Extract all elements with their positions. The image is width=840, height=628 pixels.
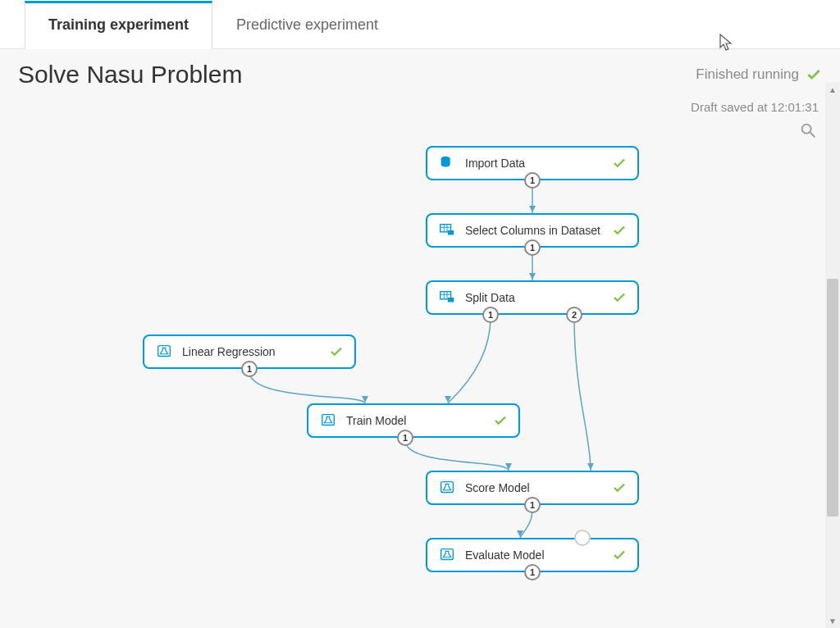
flask-icon <box>437 545 457 565</box>
svg-rect-20 <box>158 346 171 357</box>
check-icon <box>611 156 628 171</box>
check-icon <box>492 413 509 428</box>
database-arrow-icon <box>437 153 457 173</box>
grid-icon <box>437 221 457 240</box>
scroll-down-arrow-icon[interactable]: ▼ <box>825 613 840 628</box>
svg-rect-21 <box>322 415 335 425</box>
output-port[interactable]: 1 <box>482 307 499 323</box>
scroll-up-arrow-icon[interactable]: ▲ <box>825 82 840 97</box>
output-port[interactable]: 1 <box>524 564 541 580</box>
check-icon <box>611 480 628 495</box>
connectors <box>0 49 825 628</box>
grid-icon <box>437 288 457 307</box>
check-icon <box>611 223 628 238</box>
svg-marker-7 <box>505 463 512 470</box>
output-port[interactable]: 2 <box>566 307 582 323</box>
tab-training-experiment[interactable]: Training experiment <box>25 1 212 49</box>
svg-marker-3 <box>529 273 536 280</box>
svg-rect-14 <box>448 230 454 235</box>
input-port-empty[interactable] <box>574 530 591 546</box>
node-label: Score Model <box>465 481 611 494</box>
svg-marker-6 <box>362 396 368 403</box>
tab-predictive-experiment[interactable]: Predictive experiment <box>212 2 402 48</box>
svg-rect-22 <box>441 482 454 493</box>
svg-marker-8 <box>517 530 523 537</box>
flask-icon <box>437 478 457 498</box>
output-port[interactable]: 1 <box>524 497 541 513</box>
output-port[interactable]: 1 <box>524 239 541 256</box>
scroll-thumb[interactable] <box>827 279 838 517</box>
svg-marker-2 <box>529 206 536 212</box>
tabs-bar: Training experiment Predictive experimen… <box>0 0 840 49</box>
output-port[interactable]: 1 <box>524 172 541 189</box>
check-icon <box>328 344 345 359</box>
flask-icon <box>154 342 174 362</box>
svg-marker-5 <box>587 463 594 470</box>
flask-icon <box>318 411 338 430</box>
check-icon <box>611 290 628 305</box>
node-split-data[interactable]: Split Data <box>426 280 639 315</box>
output-port[interactable]: 1 <box>241 361 258 377</box>
node-label: Import Data <box>465 157 611 170</box>
node-label: Linear Regression <box>182 345 328 358</box>
node-label: Split Data <box>465 291 611 304</box>
node-label: Select Columns in Dataset <box>465 224 611 237</box>
svg-rect-19 <box>448 298 454 303</box>
svg-marker-4 <box>445 396 451 403</box>
output-port[interactable]: 1 <box>397 430 413 446</box>
check-icon <box>611 548 628 562</box>
pipeline-canvas[interactable]: Import Data 1 Select Columns in Dataset … <box>0 49 825 628</box>
node-label: Evaluate Model <box>465 548 611 562</box>
svg-rect-23 <box>441 549 454 560</box>
experiment-canvas-area: Solve Nasu Problem Finished running Draf… <box>0 49 840 628</box>
node-label: Train Model <box>346 414 492 427</box>
node-train-model[interactable]: Train Model <box>307 403 520 438</box>
vertical-scrollbar[interactable]: ▲ ▼ <box>825 82 840 628</box>
